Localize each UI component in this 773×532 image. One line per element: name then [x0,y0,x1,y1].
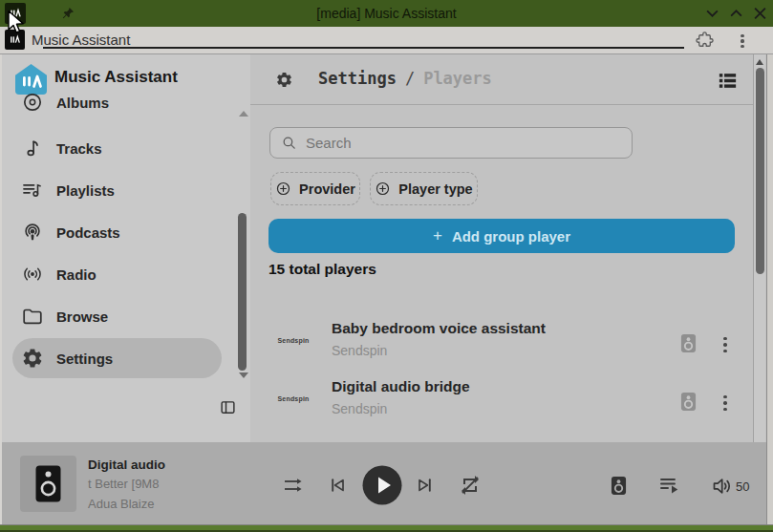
sidebar-item-playlists[interactable]: Playlists [2,169,237,211]
search-icon [281,135,297,151]
sidebar-nav: Albums Tracks Playlists [2,94,237,385]
app-window: [media] Music Assistant Music Assistant [0,0,773,532]
album-art[interactable] [20,456,76,512]
sidebar-item-radio[interactable]: Radio [2,253,237,295]
breadcrumb-players: Players [423,69,492,88]
filter-provider-chip[interactable]: Provider [270,172,360,205]
provider-logo: Sendspin [269,395,317,402]
radio-waves-icon [21,263,44,286]
sidebar-scroll-up-arrow[interactable] [239,111,248,117]
now-playing-subtitle: t Better [9M8 [88,477,159,491]
breadcrumb-settings[interactable]: Settings [318,69,397,88]
player-name: Digital audio bridge [332,378,470,395]
sidebar-scroll-down-arrow[interactable] [239,372,248,378]
previous-track-icon[interactable] [326,474,349,497]
volume-level: 50 [736,479,749,494]
search-box [269,127,633,159]
filter-chip-label: Player type [398,181,472,197]
player-provider: Sendspin [332,401,387,416]
collapse-sidebar-icon[interactable] [220,399,236,415]
music-note-icon [21,137,44,160]
main-content: Settings/Players Provider [250,54,753,442]
queue-music-icon [21,179,44,202]
kebab-menu-icon[interactable] [719,391,732,415]
player-bar: Digital audio t Better [9M8 Adua Blaize [2,442,766,524]
sidebar-item-podcasts[interactable]: Podcasts [2,211,237,253]
plus-circle-icon [375,181,391,197]
next-track-icon[interactable] [414,474,437,497]
extension-puzzle-icon[interactable] [695,31,715,51]
sidebar-item-tracks[interactable]: Tracks [2,127,237,169]
window-frame-left [0,54,2,524]
provider-logo: Sendspin [269,337,317,344]
sidebar: Music Assistant Albums Tracks [2,54,250,442]
now-playing-artist: Adua Blaize [88,497,154,511]
window-shade-button[interactable] [705,7,719,20]
speaker-icon[interactable] [680,392,697,412]
app-toolbar: Music Assistant [0,27,773,54]
sidebar-item-label: Playlists [56,182,115,199]
folder-icon [21,305,44,328]
queue-playlist-icon[interactable] [658,475,681,497]
plus-icon: + [433,226,442,245]
player-provider: Sendspin [332,343,387,358]
sidebar-item-label: Settings [56,351,113,367]
window-titlebar: [media] Music Assistant [0,0,773,27]
player-row[interactable]: Sendspin Digital audio bridge Sendspin [250,372,753,432]
shuffle-disabled-icon[interactable] [281,474,305,497]
plus-circle-icon [275,181,291,197]
podcast-icon [21,221,44,244]
add-group-player-label: Add group player [452,228,570,245]
window-title: [media] Music Assistant [0,0,773,27]
play-button[interactable] [362,465,402,505]
sidebar-item-label: Tracks [56,140,102,157]
sidebar-item-albums[interactable]: Albums [2,94,237,123]
toolbar-overflow-menu-icon[interactable] [737,32,748,50]
window-close-button[interactable] [753,7,767,20]
window-frame-right [766,54,773,524]
sidebar-brand-title: Music Assistant [54,68,178,87]
sidebar-item-browse[interactable]: Browse [2,295,237,337]
view-list-icon[interactable] [719,73,737,89]
main-scrollbar-thumb[interactable] [756,68,764,274]
gear-icon [21,347,44,370]
app-favicon [5,30,25,50]
toolbar-app-title: Music Assistant [32,27,130,53]
loading-progress-bar [43,47,684,49]
repeat-off-icon[interactable] [459,474,482,497]
sidebar-item-label: Radio [56,266,97,283]
active-player-speaker-icon[interactable] [611,476,627,496]
album-icon [21,94,44,114]
settings-gear-icon [275,71,293,89]
breadcrumb: Settings/Players [318,69,492,88]
volume-icon[interactable] [711,475,734,498]
now-playing-title: Digital audio [88,458,165,472]
scroll-up-arrow[interactable] [756,59,763,65]
search-input[interactable] [306,135,632,151]
breadcrumb-separator: / [405,69,415,88]
add-group-player-button[interactable]: + Add group player [268,219,735,253]
player-name: Baby bedroom voice assistant [332,320,546,337]
sidebar-item-label: Browse [56,309,108,325]
header-divider [250,104,753,105]
music-assistant-logo-icon [13,63,49,96]
speaker-art-icon [35,465,61,502]
sidebar-scrollbar-thumb[interactable] [238,213,247,371]
player-row[interactable]: Sendspin Baby bedroom voice assistant Se… [250,314,753,373]
total-players-count: 15 total players [268,261,376,278]
window-maximize-button[interactable] [729,7,743,20]
kebab-menu-icon[interactable] [719,332,732,357]
speaker-icon[interactable] [680,333,697,353]
sidebar-item-label: Podcasts [56,224,120,241]
main-scrollbar[interactable] [753,54,765,442]
sidebar-item-label: Albums [56,95,109,111]
sidebar-item-settings[interactable]: Settings [2,337,237,379]
filter-chip-label: Provider [299,181,355,197]
filter-player-type-chip[interactable]: Player type [370,172,478,205]
